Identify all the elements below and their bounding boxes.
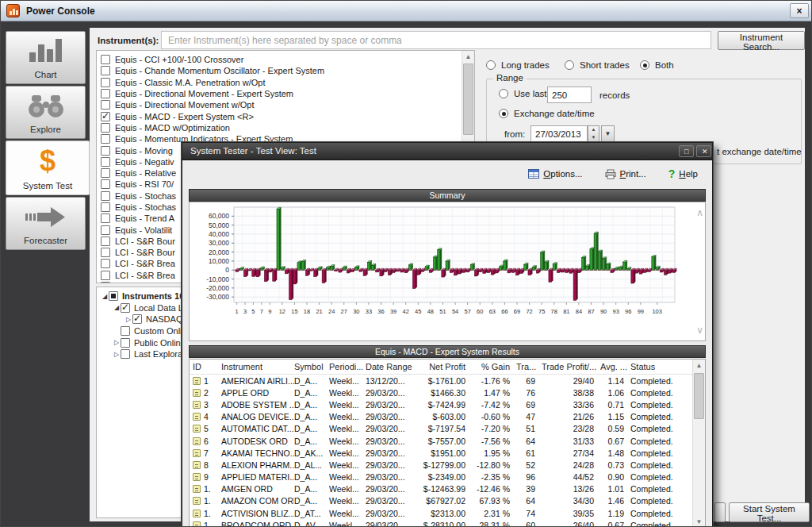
checkbox[interactable] xyxy=(101,146,110,156)
results-table-row[interactable]: 8ALEXION PHARM...D_AL...Weekl...29/03/20… xyxy=(190,459,705,471)
radio-long-trades[interactable]: Long trades xyxy=(486,60,550,70)
scrollbar-thumb[interactable] xyxy=(694,373,704,419)
results-table-row[interactable]: 4ANALOG DEVICE...D_A...Weekl...29/03/20.… xyxy=(190,411,705,423)
results-table-row[interactable]: 9APPLIED MATERI...D_A...Weekl...29/03/20… xyxy=(190,471,705,483)
system-list-item[interactable]: Equis - Classic M.A. Penetration w/Opt xyxy=(97,77,474,88)
tree-expander-icon[interactable]: ◢ xyxy=(113,304,121,311)
results-table-row[interactable]: 2APPLE ORDD_A...Weekl...29/03/20...$1466… xyxy=(190,387,705,398)
checkbox[interactable] xyxy=(101,237,110,246)
checkbox[interactable] xyxy=(121,349,130,359)
sidebar-item-system-test[interactable]: $System Test xyxy=(6,140,90,195)
spin-down-icon[interactable]: ▼ xyxy=(588,134,599,142)
sidebar-item-chart[interactable]: Chart xyxy=(6,31,86,84)
system-list-item[interactable]: Equis - Directional Movement - Expert Sy… xyxy=(97,88,474,99)
checkbox[interactable] xyxy=(109,291,118,301)
column-header[interactable]: Status xyxy=(630,362,683,371)
scroll-down-icon[interactable]: ▼ xyxy=(693,516,705,527)
chart-scroll-down-icon[interactable]: ∨ xyxy=(696,326,703,334)
results-scrollbar[interactable]: ▲ ▼ xyxy=(692,360,705,527)
column-header[interactable]: Date Range xyxy=(366,362,421,371)
checkbox[interactable] xyxy=(101,259,110,268)
tree-expander-icon[interactable]: ▷ xyxy=(113,351,121,358)
options-button[interactable]: Options... xyxy=(523,168,587,179)
checkbox[interactable] xyxy=(101,248,110,257)
scroll-up-icon[interactable]: ▲ xyxy=(462,51,474,63)
checkbox[interactable] xyxy=(121,326,130,336)
checkbox[interactable] xyxy=(101,112,110,121)
results-table-row[interactable]: 1.AMAZON COM ORDD_A...Weekl...29/03/20..… xyxy=(190,495,705,507)
system-list-item[interactable]: Equis - MACD w/Optimization xyxy=(97,122,474,133)
radio-icon[interactable] xyxy=(499,89,508,98)
scroll-up-icon[interactable]: ▲ xyxy=(693,360,705,371)
column-header[interactable]: ID xyxy=(193,362,221,371)
column-header[interactable]: Periodi... xyxy=(329,362,366,371)
checkbox[interactable] xyxy=(101,66,110,75)
results-table-row[interactable]: 3ADOBE SYSTEM ...D_A...Weekl...29/03/20.… xyxy=(190,398,705,410)
results-table-row[interactable]: 7AKAMAI TECHNO...D_AK...Weekl...29/03/20… xyxy=(190,447,705,459)
radio-icon[interactable] xyxy=(499,109,508,118)
radio-icon[interactable] xyxy=(640,60,649,70)
checkbox[interactable] xyxy=(101,225,110,235)
results-table-row[interactable]: 1.AMGEN ORDD_A...Weekl...29/03/20...$-12… xyxy=(190,483,705,495)
checkbox[interactable] xyxy=(121,303,130,313)
column-header[interactable]: Instrument xyxy=(221,362,294,371)
radio-exchange-datetime[interactable]: Exchange date/time xyxy=(499,109,595,118)
tree-expander-icon[interactable]: ▷ xyxy=(113,339,121,346)
column-header[interactable]: Avg. ... xyxy=(600,362,630,371)
checkbox[interactable] xyxy=(101,55,110,64)
chart-scroll-up-icon[interactable]: ∧ xyxy=(696,209,703,217)
checkbox[interactable] xyxy=(121,338,130,348)
tree-expander-icon[interactable]: ◢ xyxy=(101,293,109,300)
records-input[interactable] xyxy=(547,87,592,103)
radio-use-last[interactable]: Use last xyxy=(499,89,547,98)
results-table-row[interactable]: 5AUTOMATIC DAT...D_A...Weekl...29/03/20.… xyxy=(190,423,705,435)
checkbox[interactable] xyxy=(101,78,110,87)
instrument-input[interactable] xyxy=(161,31,711,49)
checkbox[interactable] xyxy=(101,168,110,178)
system-list-item[interactable]: Equis - MACD - Expert System <R> xyxy=(97,110,474,121)
spin-up-icon[interactable]: ▲ xyxy=(588,126,599,134)
radio-both[interactable]: Both xyxy=(640,60,674,70)
column-header[interactable]: Trade Profit/... xyxy=(542,362,600,371)
results-table-row[interactable]: 1.ACTIVISION BLIZ...D_AT...Weekl...29/03… xyxy=(190,507,705,519)
start-system-test-button[interactable]: Start System Test... xyxy=(729,502,810,522)
sidebar-item-forecaster[interactable]: Forecaster xyxy=(6,197,86,250)
dialog-titlebar[interactable]: System Tester - Test View: Test □ ✕ xyxy=(182,143,712,160)
system-list-item[interactable]: Equis - CCI +100/-100 Crossover xyxy=(97,54,474,65)
instrument-search-button[interactable]: Instrument Search... xyxy=(718,31,805,50)
checkbox[interactable] xyxy=(101,100,110,110)
window-close-button[interactable]: × xyxy=(790,3,809,18)
checkbox[interactable] xyxy=(101,157,110,167)
checkbox[interactable] xyxy=(101,123,110,133)
results-table-row[interactable]: 6AUTODESK ORDD_A...Weekl...29/03/20...$-… xyxy=(190,435,705,447)
column-header[interactable]: Tra... xyxy=(516,362,542,371)
checkbox[interactable] xyxy=(101,89,110,98)
system-list-item[interactable]: Equis - Directional Movement w/Opt xyxy=(97,99,474,110)
scrollbar-thumb[interactable] xyxy=(463,63,473,135)
checkbox[interactable] xyxy=(101,191,110,201)
dialog-close-button[interactable]: ✕ xyxy=(696,145,711,157)
checkbox[interactable] xyxy=(101,134,110,144)
from-date-input[interactable] xyxy=(530,125,588,142)
date-spinner[interactable]: ▲▼ xyxy=(588,125,599,142)
radio-short-trades[interactable]: Short trades xyxy=(565,60,630,70)
results-table-row[interactable]: 1.BROADCOM ORDD_AV...Weekl...29/03/20...… xyxy=(190,519,705,527)
sidebar-item-explore[interactable]: Explore xyxy=(6,86,86,139)
checkbox[interactable] xyxy=(101,202,110,212)
checkbox[interactable] xyxy=(101,179,110,189)
help-button[interactable]: ? Help xyxy=(664,167,703,181)
results-table-row[interactable]: 1AMERICAN AIRLI...D_A...Weekl...13/12/20… xyxy=(190,375,705,387)
radio-icon[interactable] xyxy=(565,60,574,70)
checkbox[interactable] xyxy=(132,314,142,324)
column-header[interactable]: Net Profit xyxy=(421,362,472,371)
hidden-button-sliver[interactable] xyxy=(714,502,726,522)
column-header[interactable]: Symbol xyxy=(294,362,329,371)
column-header[interactable]: % Gain xyxy=(472,362,516,371)
checkbox[interactable] xyxy=(101,271,110,280)
print-button[interactable]: Print... xyxy=(600,168,651,180)
date-dropdown-button[interactable]: ▼ xyxy=(601,125,615,142)
radio-icon[interactable] xyxy=(486,60,496,70)
tree-expander-icon[interactable]: ▷ xyxy=(124,316,132,323)
dialog-maximize-button[interactable]: □ xyxy=(679,145,694,157)
system-list-item[interactable]: Equis - Chande Momentum Oscillator - Exp… xyxy=(97,65,474,76)
